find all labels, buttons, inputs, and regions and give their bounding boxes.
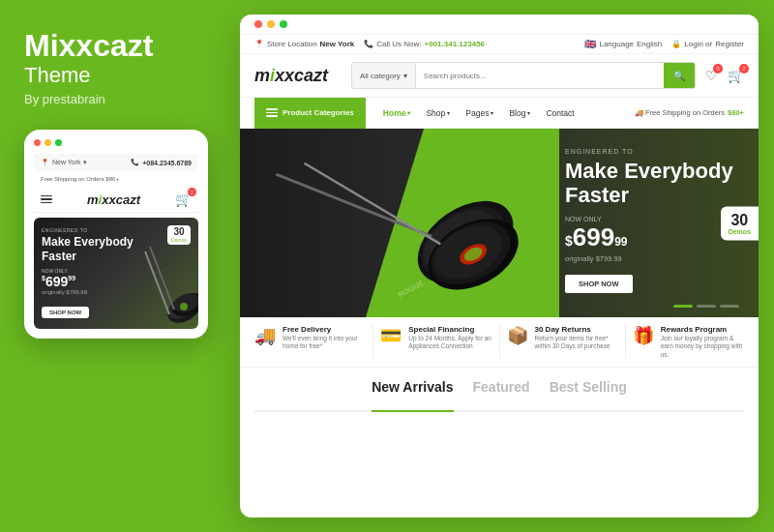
store-phone: 📞 Call Us Now: +001.341.123456	[364, 40, 485, 48]
phone-icon: 📞	[131, 159, 139, 166]
register-label: Register	[715, 40, 744, 48]
navigation-bar: Product Categories Home ▾ Shop ▾ Pages ▾…	[240, 98, 759, 129]
mobile-dot-red	[34, 139, 41, 146]
hero-now-only: NOW ONLY	[565, 216, 739, 222]
chevron-down-icon: ▾	[403, 72, 407, 80]
login-register[interactable]: 🔒 Login or Register	[671, 40, 744, 48]
desktop-mockup: 📍 Store Location New York 📞 Call Us Now:…	[240, 15, 759, 517]
mobile-nav: mixxcazt 🛒 2	[34, 187, 198, 213]
mobile-cart-button[interactable]: 🛒 2	[175, 192, 192, 207]
mobile-cart-badge: 2	[188, 188, 196, 196]
search-bar: All category ▾ 🔍	[351, 62, 696, 89]
desktop-dot-green	[280, 20, 287, 28]
store-location-value: New York	[320, 40, 355, 48]
mobile-logo: mixxcazt	[87, 192, 140, 207]
mobile-hero: ENGINEERED TO Make EverybodyFaster NOW O…	[34, 218, 198, 329]
feature-delivery-desc: We'll even bring it into your home for f…	[283, 335, 366, 351]
nav-blog[interactable]: Blog ▾	[501, 98, 538, 129]
feature-sep-2	[499, 325, 500, 359]
mobile-demos-number: 30	[169, 227, 189, 237]
product-categories-label: Product Categories	[283, 108, 354, 117]
hero-demos-number: 30	[729, 212, 751, 227]
language-label: Language	[599, 40, 634, 48]
desktop-window-dots-bar	[240, 15, 759, 35]
svg-line-10	[276, 129, 432, 289]
nav-home[interactable]: Home ▾	[375, 98, 419, 129]
features-bar: 🚚 Free Delivery We'll even bring it into…	[240, 317, 759, 368]
feature-rewards-text: Rewards Program Join our loyalty program…	[661, 325, 744, 359]
feature-sep-1	[372, 325, 373, 359]
mobile-phone: 📞 +084.2345.6789	[131, 159, 192, 166]
nav-shop[interactable]: Shop ▾	[418, 98, 458, 129]
hero-title: Make Everybody Faster	[565, 159, 739, 208]
hamburger-icon[interactable]	[41, 195, 52, 204]
store-bar-left: 📍 Store Location New York 📞 Call Us Now:…	[254, 40, 485, 48]
hero-slider-dots	[673, 305, 739, 308]
search-button[interactable]: 🔍	[664, 63, 695, 88]
feature-delivery-title: Free Delivery	[283, 325, 366, 334]
hero-golf-image: ROGUE	[250, 129, 559, 317]
financing-icon: 💳	[380, 325, 402, 346]
feature-returns-desc: Return your items for free* within 30 Da…	[535, 335, 618, 351]
rewards-icon: 🎁	[633, 325, 654, 346]
hero-price-cents: 99	[614, 235, 627, 249]
hero-dot-2[interactable]	[697, 305, 716, 308]
feature-financing-text: Special Financing Up to 24 Months. Apply…	[408, 325, 491, 351]
hero-content: ENGINEERED TO Make Everybody Faster NOW …	[565, 148, 739, 293]
nav-links: Home ▾ Shop ▾ Pages ▾ Blog ▾ Contact	[366, 98, 635, 129]
hamburger-icon	[266, 108, 278, 117]
hero-demos-badge: 30 Demos	[721, 206, 759, 240]
store-location: 📍 Store Location New York	[254, 40, 354, 48]
nav-contact[interactable]: Contact	[538, 98, 581, 129]
language-selector[interactable]: 🇬🇧 Language English	[584, 39, 662, 49]
desktop-logo: mixxcazt	[254, 66, 342, 86]
feature-financing-desc: Up to 24 Months. Apply for an Appliances…	[408, 335, 491, 351]
svg-line-2	[145, 251, 169, 314]
search-input[interactable]	[416, 63, 664, 88]
svg-line-5	[150, 247, 174, 310]
feature-free-delivery: 🚚 Free Delivery We'll even bring it into…	[254, 325, 366, 359]
returns-icon: 📦	[507, 325, 528, 346]
store-bar-right: 🇬🇧 Language English 🔒 Login or Register	[584, 39, 744, 49]
tab-featured[interactable]: Featured	[473, 379, 530, 402]
mobile-topbar: 📍 New York ▾ 📞 +084.2345.6789	[34, 154, 198, 171]
hero-demos-label: Demos	[729, 227, 751, 234]
product-categories-button[interactable]: Product Categories	[254, 98, 366, 129]
location-icon: 📍	[41, 159, 49, 166]
hero-price: $ 699 99	[565, 222, 739, 252]
mobile-mockup: 📍 New York ▾ 📞 +084.2345.6789 Free Shipp…	[24, 130, 208, 339]
mobile-location: 📍 New York ▾	[41, 159, 87, 166]
cart-badge: 2	[739, 64, 749, 74]
feature-30-day-returns: 📦 30 Day Returns Return your items for f…	[507, 325, 618, 359]
mobile-golf-svg	[135, 242, 198, 329]
hero-price-dollar: $	[565, 233, 573, 249]
tab-new-arrivals[interactable]: New Arrivals	[372, 379, 453, 402]
feature-rewards-desc: Join our loyalty program & earn money by…	[661, 335, 744, 359]
mobile-shop-now-button[interactable]: SHOP NOW	[42, 307, 89, 318]
hero-shop-now-button[interactable]: SHOP NOW	[565, 275, 633, 293]
desktop-dot-yellow	[267, 20, 275, 28]
header-icons: ♡ 0 🛒 2	[705, 68, 744, 83]
mobile-free-shipping: Free Shipping on Orders $80+	[34, 176, 198, 182]
brand-by: By prestabrain	[24, 92, 208, 106]
mobile-dot-green	[55, 139, 62, 146]
logo-bar: mixxcazt All category ▾ 🔍 ♡ 0 🛒 2	[240, 54, 759, 98]
cart-icon[interactable]: 🛒 2	[728, 68, 744, 83]
feature-sep-3	[625, 325, 626, 359]
svg-point-6	[180, 303, 188, 310]
login-label: Login or	[684, 40, 712, 48]
hero-originally: originally $799.99	[565, 254, 739, 263]
hero-dot-3[interactable]	[720, 305, 739, 308]
wishlist-icon[interactable]: ♡ 0	[705, 68, 718, 83]
feature-delivery-text: Free Delivery We'll even bring it into y…	[283, 325, 366, 351]
nav-pages[interactable]: Pages ▾	[458, 98, 501, 129]
product-tabs-list: New Arrivals Featured Best Selling	[254, 379, 744, 412]
feature-returns-text: 30 Day Returns Return your items for fre…	[535, 325, 618, 351]
search-category-dropdown[interactable]: All category ▾	[352, 63, 416, 88]
svg-text:ROGUE: ROGUE	[397, 279, 427, 300]
tab-best-selling[interactable]: Best Selling	[550, 379, 627, 402]
delivery-icon: 🚚	[254, 325, 276, 346]
hero-dot-1[interactable]	[673, 305, 693, 308]
feature-returns-title: 30 Day Returns	[535, 325, 618, 334]
left-panel: Mixxcazt Theme By prestabrain 📍 New York…	[0, 0, 232, 532]
